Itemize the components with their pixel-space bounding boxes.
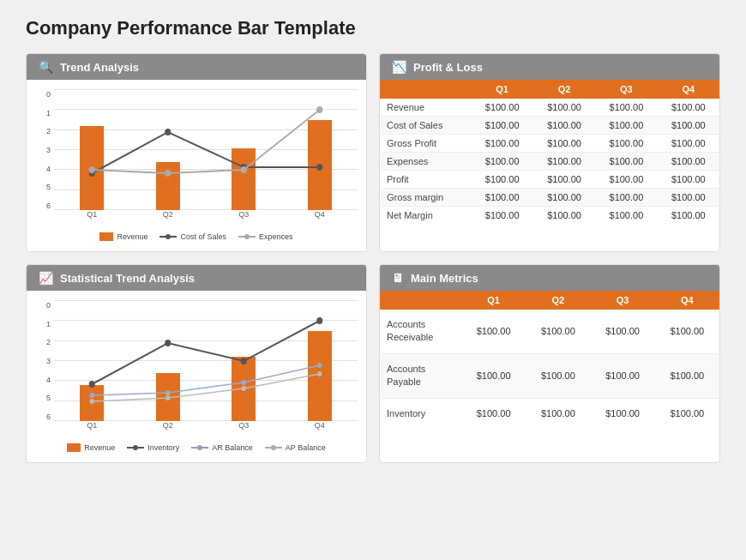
profit-loss-table-area: Q1 Q2 Q3 Q4 Revenue $100.00 $100.00 $100… <box>380 80 719 224</box>
svg-point-14 <box>242 380 246 385</box>
pl-row-gm-q2: $100.00 <box>533 189 595 207</box>
main-metrics-table: Q1 Q2 Q3 Q4 AccountsReceivable $100.00 $… <box>380 291 719 429</box>
pl-row-profit-label: Profit <box>380 171 471 189</box>
stat-y-6: 6 <box>46 412 51 421</box>
pl-row-gm-label: Gross margin <box>380 189 471 207</box>
pl-row-cos-q1: $100.00 <box>471 117 532 135</box>
table-row: Net Margin $100.00 $100.00 $100.00 $100.… <box>380 207 719 225</box>
stat-legend-ar-label: AR Balance <box>212 443 253 452</box>
stat-lines-svg <box>54 301 358 421</box>
pl-row-expenses-q1: $100.00 <box>471 153 532 171</box>
profit-loss-title: Profit & Loss <box>413 61 483 74</box>
pl-row-expenses-q4: $100.00 <box>658 153 719 171</box>
table-row: Inventory $100.00 $100.00 $100.00 $100.0… <box>380 398 719 429</box>
pl-row-nm-q4: $100.00 <box>658 207 719 225</box>
pl-col-label <box>380 80 471 99</box>
profit-loss-header: 📉 Profit & Loss <box>380 54 719 80</box>
pl-col-q3: Q3 <box>595 80 657 99</box>
pl-row-nm-q1: $100.00 <box>471 207 532 225</box>
mm-row-ar-q2: $100.00 <box>526 310 590 353</box>
pl-row-gp-q3: $100.00 <box>595 135 657 153</box>
trend-icon: 📉 <box>392 60 406 74</box>
y-label-0: 0 <box>46 90 51 99</box>
legend-revenue: Revenue <box>99 232 147 241</box>
pl-row-expenses-q3: $100.00 <box>595 153 657 171</box>
mm-row-ar-q1: $100.00 <box>461 310 526 353</box>
pl-row-profit-q1: $100.00 <box>471 171 532 189</box>
svg-point-17 <box>165 395 170 400</box>
table-row: AccountsPayable $100.00 $100.00 $100.00 … <box>380 353 719 398</box>
stat-legend-inventory-line <box>127 447 144 449</box>
svg-point-3 <box>316 164 322 171</box>
pl-row-revenue-q2: $100.00 <box>533 99 595 117</box>
mm-row-inv-q2: $100.00 <box>526 398 590 429</box>
svg-point-10 <box>241 358 247 364</box>
legend-revenue-bar <box>99 232 113 241</box>
table-row: Gross margin $100.00 $100.00 $100.00 $10… <box>380 189 719 207</box>
mm-header-row: Q1 Q2 Q3 Q4 <box>380 291 719 310</box>
trend-x-q4: Q4 <box>282 210 358 227</box>
mm-row-ar-label: AccountsReceivable <box>380 310 461 353</box>
stat-legend-ar-line <box>191 447 208 449</box>
pl-row-expenses-label: Expenses <box>380 153 471 171</box>
table-row: Cost of Sales $100.00 $100.00 $100.00 $1… <box>380 117 719 135</box>
mm-row-ar-q3: $100.00 <box>590 310 654 353</box>
mm-row-ap-q4: $100.00 <box>655 353 719 398</box>
table-row: Gross Profit $100.00 $100.00 $100.00 $10… <box>380 135 719 153</box>
svg-point-13 <box>165 390 170 395</box>
y-label-1: 1 <box>46 109 51 117</box>
chart-icon: 📈 <box>39 271 53 285</box>
legend-expenses: Expences <box>238 232 293 241</box>
pl-row-gp-label: Gross Profit <box>380 135 471 153</box>
pl-row-cos-label: Cost of Sales <box>380 117 471 135</box>
pl-row-gp-q1: $100.00 <box>471 135 532 153</box>
stat-legend-ap: AP Balance <box>265 443 326 452</box>
y-label-5: 5 <box>46 183 51 191</box>
mm-row-ar-q4: $100.00 <box>655 310 719 353</box>
pl-row-gm-q1: $100.00 <box>471 189 532 207</box>
dashboard-grid: 🔍 Trend Analysis 6 5 4 3 2 1 0 <box>26 53 720 463</box>
stat-x-q3: Q3 <box>206 421 282 438</box>
pl-row-nm-q2: $100.00 <box>533 207 595 225</box>
stat-y-4: 4 <box>46 376 51 384</box>
svg-point-1 <box>165 129 171 135</box>
mm-row-inv-q3: $100.00 <box>590 398 654 429</box>
trend-chart-inner <box>54 90 358 210</box>
stat-x-q2: Q2 <box>130 421 207 438</box>
table-row: Profit $100.00 $100.00 $100.00 $100.00 <box>380 171 719 189</box>
pl-header-row: Q1 Q2 Q3 Q4 <box>380 80 719 99</box>
pl-row-cos-q4: $100.00 <box>658 117 719 135</box>
statistical-chart-inner <box>54 301 358 421</box>
trend-x-q2: Q2 <box>130 210 207 227</box>
svg-point-15 <box>317 363 322 368</box>
legend-expenses-line <box>238 236 256 238</box>
stat-legend-revenue-label: Revenue <box>84 443 115 452</box>
pl-row-expenses-q2: $100.00 <box>533 153 595 171</box>
stat-legend-ap-label: AP Balance <box>286 443 326 452</box>
stat-x-labels: Q1 Q2 Q3 Q4 <box>54 421 358 438</box>
pl-row-gm-q3: $100.00 <box>595 189 657 207</box>
svg-point-7 <box>316 106 322 113</box>
svg-point-19 <box>317 371 322 376</box>
stat-y-1: 1 <box>46 320 51 328</box>
legend-expenses-label: Expences <box>259 232 293 241</box>
svg-point-6 <box>241 166 247 173</box>
search-chart-icon: 🔍 <box>39 60 53 74</box>
y-label-3: 3 <box>46 146 51 154</box>
trend-x-labels: Q1 Q2 Q3 Q4 <box>54 210 358 227</box>
mm-row-inv-q4: $100.00 <box>655 398 719 429</box>
stat-y-0: 0 <box>46 301 51 310</box>
main-metrics-title: Main Metrics <box>411 272 478 285</box>
y-label-6: 6 <box>46 202 51 210</box>
mm-col-q3: Q3 <box>590 291 654 310</box>
mm-table-body: AccountsReceivable $100.00 $100.00 $100.… <box>380 310 719 429</box>
legend-cost-of-sales: Cost of Sales <box>159 232 226 241</box>
legend-cos-label: Cost of Sales <box>180 232 226 241</box>
trend-analysis-panel: 🔍 Trend Analysis 6 5 4 3 2 1 0 <box>26 53 367 252</box>
legend-cos-line <box>159 236 177 238</box>
trend-lines-svg <box>54 90 358 210</box>
trend-x-q1: Q1 <box>54 210 130 227</box>
statistical-y-axis: 6 5 4 3 2 1 0 <box>35 301 54 421</box>
mm-row-ap-label: AccountsPayable <box>380 353 461 398</box>
table-row: Revenue $100.00 $100.00 $100.00 $100.00 <box>380 99 719 117</box>
